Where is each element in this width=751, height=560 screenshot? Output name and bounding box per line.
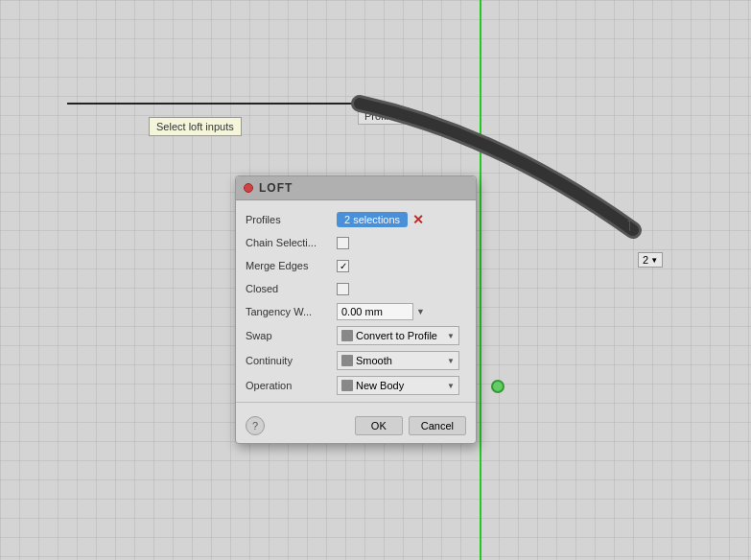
profiles-control: 2 selections ✕ bbox=[337, 212, 466, 227]
continuity-control: Smooth ▼ bbox=[337, 351, 466, 370]
swap-control: Convert to Profile ▼ bbox=[337, 326, 466, 345]
closed-checkbox[interactable] bbox=[337, 283, 349, 295]
continuity-label: Continuity bbox=[246, 355, 337, 366]
selections-button[interactable]: 2 selections bbox=[337, 212, 408, 227]
new-body-dropdown[interactable]: New Body ▼ bbox=[337, 376, 459, 395]
tangency-control: ▼ bbox=[337, 303, 466, 320]
cancel-button[interactable]: Cancel bbox=[409, 416, 466, 435]
dialog-divider bbox=[236, 402, 476, 403]
chain-label: Chain Selecti... bbox=[246, 237, 337, 248]
operation-control: New Body ▼ bbox=[337, 376, 466, 395]
dropdown-chevron-icon: ▼ bbox=[650, 256, 658, 265]
ok-button[interactable]: OK bbox=[355, 416, 403, 435]
dialog-close-dot[interactable] bbox=[244, 183, 253, 193]
new-body-dropdown-arrow: ▼ bbox=[447, 382, 455, 390]
closed-control bbox=[337, 283, 466, 295]
chain-control bbox=[337, 237, 466, 249]
tangency-label: Tangency W... bbox=[246, 306, 337, 317]
convert-dropdown-arrow: ▼ bbox=[447, 332, 455, 340]
merge-control: ✓ bbox=[337, 260, 466, 272]
convert-value: Convert to Profile bbox=[356, 330, 437, 341]
loft-dialog: LOFT Profiles 2 selections ✕ Chain Selec… bbox=[235, 175, 477, 444]
number-value: 2 bbox=[643, 254, 648, 266]
loft-tooltip: Select loft inputs bbox=[149, 117, 242, 136]
convert-dropdown[interactable]: Convert to Profile ▼ bbox=[337, 326, 459, 345]
green-vertical-line bbox=[480, 0, 481, 560]
dialog-titlebar: LOFT bbox=[236, 176, 476, 200]
smooth-value: Smooth bbox=[356, 355, 392, 366]
merge-checkbox[interactable]: ✓ bbox=[337, 260, 349, 272]
swap-row: Swap Convert to Profile ▼ bbox=[236, 323, 476, 348]
operation-label: Operation bbox=[246, 380, 337, 391]
help-button[interactable]: ? bbox=[246, 416, 265, 435]
closed-row: Closed bbox=[236, 277, 476, 300]
closed-label: Closed bbox=[246, 283, 337, 294]
new-body-icon bbox=[341, 380, 353, 391]
swap-label: Swap bbox=[246, 330, 337, 341]
chain-selection-row: Chain Selecti... bbox=[236, 231, 476, 254]
convert-icon bbox=[341, 330, 353, 341]
selections-value: 2 selections bbox=[344, 214, 400, 225]
profile-label: Profile 1 bbox=[358, 107, 410, 125]
profiles-row: Profiles 2 selections ✕ bbox=[236, 208, 476, 231]
arrow-up-icon: ↑ bbox=[624, 211, 635, 236]
dialog-footer: ? OK Cancel bbox=[236, 410, 476, 443]
horizontal-line bbox=[67, 103, 360, 105]
dialog-body: Profiles 2 selections ✕ Chain Selecti...… bbox=[236, 200, 476, 410]
number-dropdown[interactable]: 2 ▼ bbox=[638, 252, 663, 268]
smooth-icon bbox=[341, 355, 353, 366]
footer-buttons: OK Cancel bbox=[355, 416, 466, 435]
new-body-value: New Body bbox=[356, 380, 404, 391]
merge-edges-row: Merge Edges ✓ bbox=[236, 254, 476, 277]
green-dot bbox=[491, 380, 505, 393]
clear-selections-button[interactable]: ✕ bbox=[411, 212, 426, 227]
operation-row: Operation New Body ▼ bbox=[236, 373, 476, 398]
chain-checkbox[interactable] bbox=[337, 237, 349, 249]
profiles-label: Profiles bbox=[246, 214, 337, 225]
merge-label: Merge Edges bbox=[246, 260, 337, 271]
smooth-dropdown-arrow: ▼ bbox=[447, 357, 455, 365]
tangency-input[interactable] bbox=[337, 303, 413, 320]
dialog-title: LOFT bbox=[259, 181, 293, 195]
tangency-unit-dropdown-arrow[interactable]: ▼ bbox=[416, 307, 425, 316]
continuity-row: Continuity Smooth ▼ bbox=[236, 348, 476, 373]
smooth-dropdown[interactable]: Smooth ▼ bbox=[337, 351, 459, 370]
tangency-row: Tangency W... ▼ bbox=[236, 300, 476, 323]
